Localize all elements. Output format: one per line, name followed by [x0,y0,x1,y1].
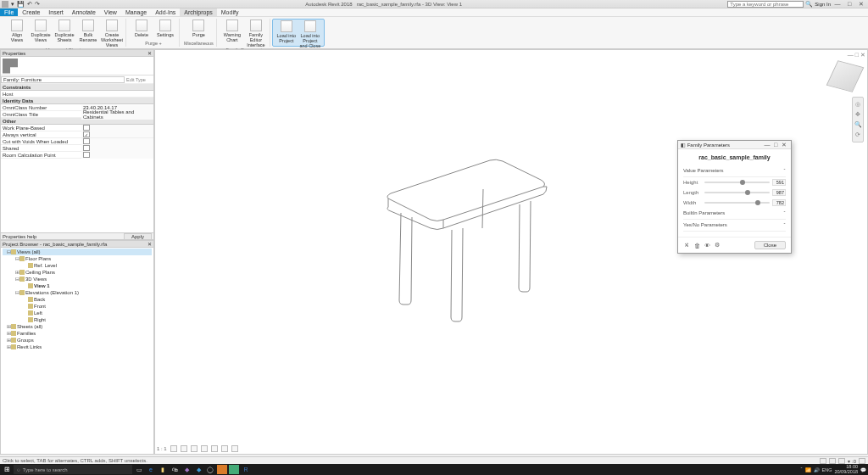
vp-minimize-icon[interactable]: — [848,52,854,59]
param-slider[interactable] [704,192,770,193]
tree-item[interactable]: ⊞Families [3,330,152,337]
tree-item[interactable]: ⊞Sheets (all) [3,323,152,330]
tree-item[interactable]: Left [3,310,152,316]
close-icon[interactable]: ✕ [147,241,152,247]
ribbon-button[interactable]: Bulk Rename [77,19,99,48]
checkbox[interactable] [83,125,90,131]
tray-notifications-icon[interactable]: 💬 [860,467,866,472]
checkbox[interactable] [83,152,90,158]
scale-display[interactable]: 1 : 1 [157,446,167,451]
task-view-icon[interactable]: ▭ [134,465,144,474]
property-row[interactable]: Room Calculation Point [1,152,153,159]
menu-addins[interactable]: Add-Ins [151,8,180,16]
ribbon-button[interactable]: Create Worksheet Views [101,19,123,48]
checkbox[interactable] [83,138,90,144]
shuffle-icon[interactable]: ⤨ [683,242,690,249]
tree-item[interactable]: View 1 [3,282,152,289]
dialog-maximize-button[interactable]: □ [771,142,780,148]
menu-view[interactable]: View [100,8,121,16]
param-value[interactable]: 987 [772,189,786,196]
tree-item[interactable]: ⊞Groups [3,337,152,344]
menu-modify[interactable]: Modify [217,8,243,16]
apply-button[interactable]: Apply [124,233,152,240]
crop-region-icon[interactable] [221,445,228,452]
tree-item[interactable]: ⊞Ceiling Plans [3,269,152,276]
ribbon-button[interactable]: Delete [131,19,153,41]
ribbon-button[interactable]: Duplicate Sheets [53,19,75,48]
gear-icon[interactable]: ⚙ [714,242,721,249]
vp-restore-icon[interactable]: □ [855,52,859,59]
maximize-button[interactable]: □ [844,1,854,8]
qa-save-icon[interactable]: 💾 [17,1,25,8]
section-yesno-params[interactable]: Yes/No Parameters˅ [683,220,786,232]
section-value-params[interactable]: Value Parameters˄ [683,165,786,177]
app-icon[interactable] [217,465,227,474]
tree-item[interactable]: Right [3,316,152,323]
ribbon-button[interactable]: Align Views [6,19,28,48]
family-type-selector[interactable]: Family: Furniture [1,76,125,83]
checkbox[interactable] [83,145,90,151]
tree-item[interactable]: ⊟Views (all) [3,249,152,255]
tree-item[interactable]: ⊞Revit Links [3,344,152,350]
dialog-close-action[interactable]: Close [754,241,786,249]
chrome-icon[interactable]: ◯ [205,465,215,474]
tray-lang[interactable]: ENG [822,467,832,472]
code-icon[interactable]: ◆ [193,465,203,474]
viewcube[interactable] [826,60,865,92]
sun-path-icon[interactable] [191,445,198,452]
detail-level-icon[interactable] [170,445,177,452]
crop-view-icon[interactable] [211,445,218,452]
menu-manage[interactable]: Manage [121,8,151,16]
tray-network-icon[interactable]: 📶 [805,467,811,472]
property-row[interactable]: Host [1,91,153,98]
project-browser-header[interactable]: Project Browser - rac_basic_sample_famil… [1,241,153,248]
menu-annotate[interactable]: Annotate [68,8,100,16]
menu-insert[interactable]: Insert [44,8,68,16]
param-slider[interactable] [704,182,770,183]
checkbox[interactable]: ✓ [83,131,90,137]
ribbon-button[interactable]: Load into Project and Close [299,20,321,48]
tree-item[interactable]: Front [3,303,152,310]
nav-zoom-icon[interactable]: 🔍 [853,120,863,130]
qa-undo-icon[interactable]: ↶ [27,1,32,8]
file-tab[interactable]: File [0,8,18,16]
app-icon[interactable] [229,465,239,474]
visibility-icon[interactable]: 👁 [704,242,710,249]
nav-pan-icon[interactable]: ✥ [853,109,863,120]
tree-item[interactable]: ⊟Floor Plans [3,255,152,262]
tree-item[interactable]: ⊟3D Views [3,276,152,282]
help-search-input[interactable] [727,1,804,8]
menu-archiprops[interactable]: Archiprops [180,8,216,16]
section-builtin-params[interactable]: BuiltIn Parameters˅ [683,208,786,220]
signin-link[interactable]: Sign In [815,2,831,7]
filter-icon[interactable] [859,458,865,464]
tree-item[interactable]: Ref. Level [3,262,152,269]
properties-header[interactable]: Properties✕ [1,50,153,57]
tray-chevron-icon[interactable]: ˄ [800,467,803,472]
lock-3d-icon[interactable] [231,445,238,452]
taskbar-search[interactable]: ○ Type here to search [14,465,132,474]
edge-icon[interactable]: e [146,465,156,474]
nav-wheel-icon[interactable]: ◎ [853,99,863,109]
revit-icon[interactable]: R [241,465,251,474]
tree-item[interactable]: ⊟Elevations (Elevation 1) [3,289,152,296]
menu-create[interactable]: Create [18,8,44,16]
ribbon-button[interactable]: Duplicate Views [30,19,52,48]
minimize-button[interactable]: — [832,1,843,8]
explorer-icon[interactable]: ▮ [158,465,168,474]
tree-item[interactable]: Back [3,296,152,303]
dialog-minimize-button[interactable]: — [763,142,771,148]
editable-only-icon[interactable] [838,458,845,464]
property-row[interactable]: Work Plane-Based [1,125,153,131]
tray-volume-icon[interactable]: 🔊 [814,467,820,472]
property-section[interactable]: Identity Data [1,98,153,104]
param-value[interactable]: 591 [772,179,786,186]
tray-clock[interactable]: 18:0020/09/2018 [834,465,858,474]
ribbon-button[interactable]: Warning Chart [221,19,243,48]
store-icon[interactable]: 🛍 [170,465,180,474]
design-options-icon[interactable] [829,458,836,464]
ribbon-button[interactable]: Purge [187,19,209,41]
param-slider[interactable] [704,202,770,204]
ribbon-button[interactable]: Settings [154,19,176,41]
edit-type-button[interactable]: Edit Type [125,77,153,82]
